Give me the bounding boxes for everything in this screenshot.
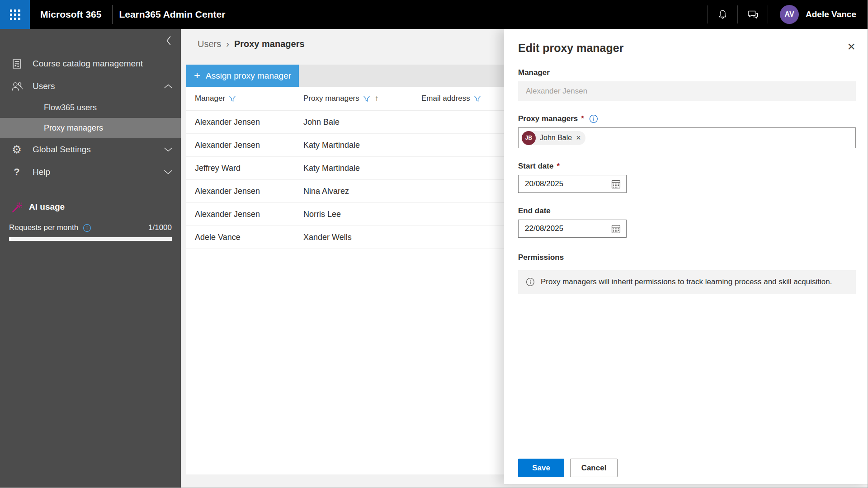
sidebar-item-users[interactable]: Users [0,75,181,98]
required-asterisk: * [557,162,560,171]
requests-progress-bar [9,237,172,241]
breadcrumb-current: Proxy managers [234,39,305,49]
cell-proxy: Katy Martindale [303,141,421,150]
column-header-manager[interactable]: Manager [195,94,303,103]
notifications-button[interactable] [708,0,737,29]
cell-manager: Alexander Jensen [195,141,303,150]
remove-icon: × [576,133,581,142]
table-row[interactable]: Alexander Jensen Norris Lee [186,203,506,226]
waffle-icon [10,9,20,20]
filter-icon[interactable] [474,95,481,102]
account-menu[interactable]: AV Adele Vance [768,5,868,24]
magic-wand-icon [10,201,24,213]
column-header-email[interactable]: Email address [421,94,506,103]
assign-button-label: Assign proxy manager [206,71,291,81]
top-bar: Microsoft 365 Learn365 Admin Center AV A… [0,0,868,29]
sidebar-collapse-row [0,29,181,52]
topbar-right: AV Adele Vance [707,0,868,29]
cell-manager: Alexander Jensen [195,187,303,196]
manager-field-label: Manager [518,68,856,77]
start-date-field-label: Start date * [518,162,856,171]
chip-avatar: JB [522,131,536,145]
requests-label: Requests per month [9,223,78,232]
table-row[interactable]: Alexander Jensen Nina Alvarez [186,180,506,203]
cancel-button[interactable]: Cancel [570,459,618,477]
start-date-input[interactable] [525,179,610,188]
breadcrumb: Users › Proxy managers [198,39,305,49]
required-asterisk: * [581,114,584,123]
cell-manager: Alexander Jensen [195,117,303,127]
ai-usage-label: AI usage [29,202,65,212]
sidebar-item-label: Course catalog management [33,59,143,69]
start-date-field [518,175,627,193]
start-date-calendar-button[interactable] [610,178,622,190]
chevron-up-icon [164,84,173,89]
table-row[interactable]: Adele Vance Xander Wells [186,226,506,249]
breadcrumb-separator-icon: › [226,39,229,49]
sort-ascending-icon: ↑ [375,94,379,103]
sidebar-item-ai-usage[interactable]: AI usage [0,198,181,216]
topbar-divider [112,5,113,24]
catalog-icon [10,58,24,70]
panel-title: Edit proxy manager [518,42,856,55]
cell-proxy: Norris Lee [303,210,421,219]
cell-proxy: Xander Wells [303,233,421,242]
end-date-label-text: End date [518,206,551,216]
edit-proxy-manager-panel: Edit proxy manager × Manager Proxy manag… [504,29,868,484]
cell-proxy: Nina Alvarez [303,187,421,196]
table-toolbar: + Assign proxy manager [186,65,506,87]
proxy-managers-label-text: Proxy managers [518,114,578,123]
assign-proxy-manager-button[interactable]: + Assign proxy manager [186,65,299,87]
sidebar-item-help[interactable]: ? Help [0,161,181,183]
chat-icon [747,9,759,20]
sidebar-item-label: Help [33,167,50,177]
feedback-button[interactable] [738,0,768,29]
table-row[interactable]: Alexander Jensen John Bale [186,111,506,134]
filter-icon[interactable] [363,95,370,102]
app-launcher-button[interactable] [0,0,30,29]
save-button[interactable]: Save [518,459,564,477]
cell-manager: Alexander Jensen [195,210,303,219]
chevron-down-icon [164,169,173,175]
info-icon[interactable] [83,224,91,232]
cell-proxy: John Bale [303,117,421,127]
calendar-icon [611,224,621,234]
info-icon [526,277,535,286]
panel-footer: Save Cancel [518,459,618,477]
requests-value: 1/1000 [148,223,172,232]
sidebar-item-global-settings[interactable]: ⚙ Global Settings [0,138,181,161]
sidebar-item-flow365-users[interactable]: Flow365 users [0,98,181,118]
breadcrumb-users-link[interactable]: Users [198,39,221,49]
column-label: Manager [195,94,225,103]
filter-icon[interactable] [229,95,236,102]
brand-title: Microsoft 365 [40,9,101,20]
sidebar-item-course-catalog[interactable]: Course catalog management [0,52,181,75]
permissions-note: Proxy managers will inherit permissions … [518,270,856,294]
close-panel-button[interactable]: × [847,40,855,53]
column-header-proxy-managers[interactable]: Proxy managers ↑ [303,94,421,103]
end-date-input[interactable] [525,224,610,233]
info-icon[interactable] [589,114,598,123]
sidebar-item-label: Global Settings [33,145,91,155]
end-date-field-label: End date [518,206,856,216]
permissions-section-label: Permissions [518,253,856,262]
end-date-calendar-button[interactable] [610,223,622,235]
table-header-row: Manager Proxy managers ↑ Email address [186,87,506,111]
sidebar-subitem-label: Flow365 users [44,103,97,113]
chip-remove-button[interactable]: × [576,134,581,142]
manager-field [518,81,856,101]
column-label: Email address [421,94,470,103]
sidebar-collapse-button[interactable] [165,35,172,46]
start-date-label-text: Start date [518,162,553,171]
bell-icon [717,9,728,20]
calendar-icon [611,179,621,189]
proxy-managers-table: Manager Proxy managers ↑ Email address [186,87,506,474]
sidebar: Course catalog management Users Flow365 … [0,29,181,488]
proxy-managers-picker-field[interactable]: JB John Bale × [518,127,856,148]
table-row[interactable]: Alexander Jensen Katy Martindale [186,134,506,157]
end-date-field [518,220,627,238]
person-chip[interactable]: JB John Bale × [522,131,585,145]
chip-name: John Bale [540,134,572,142]
table-row[interactable]: Jeffrey Ward Katy Martindale [186,157,506,180]
sidebar-item-proxy-managers[interactable]: Proxy managers [0,118,181,138]
